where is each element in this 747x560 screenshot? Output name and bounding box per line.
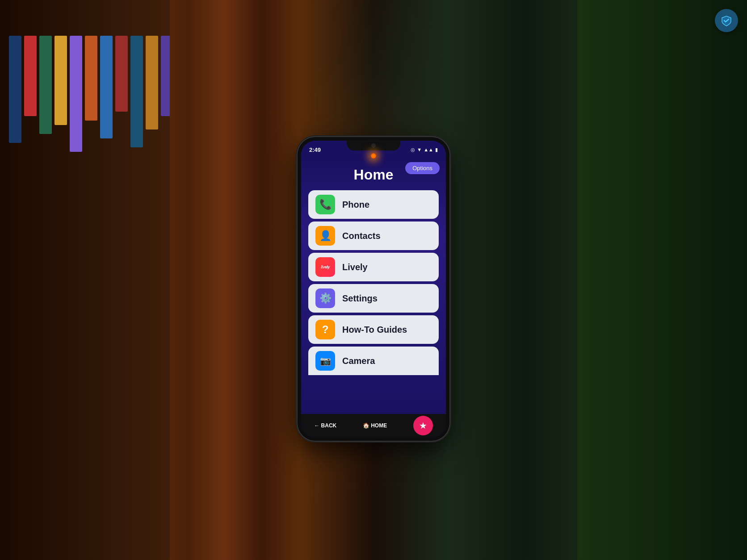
lively-icon-text: lively: [321, 265, 330, 269]
menu-item-settings[interactable]: ⚙️ Settings: [308, 284, 439, 313]
menu-list: 📞 Phone 👤 Contacts: [308, 190, 439, 375]
contacts-label: Contacts: [342, 231, 381, 241]
battery-icon: ▮: [435, 147, 438, 153]
home-button[interactable]: 🏠 HOME: [363, 422, 387, 429]
menu-item-camera[interactable]: 📷 Camera: [308, 347, 439, 375]
wifi-icon: ▼: [417, 147, 422, 152]
menu-item-howto[interactable]: ? How-To Guides: [308, 315, 439, 344]
camera-icon-symbol: 📷: [320, 355, 331, 366]
status-time: 2:49: [309, 146, 321, 153]
phone-shell: 2:49 ◎ ▼ ▲▲ ▮ Options Home: [298, 137, 449, 441]
scene: 2:49 ◎ ▼ ▲▲ ▮ Options Home: [0, 0, 747, 560]
urgent-button[interactable]: ★: [413, 416, 433, 435]
front-camera: [371, 143, 376, 148]
phone-icon-symbol: 📞: [319, 199, 332, 210]
camera-icon: 📷: [315, 351, 335, 371]
settings-label: Settings: [342, 293, 378, 304]
menu-item-phone[interactable]: 📞 Phone: [308, 190, 439, 219]
settings-icon: ⚙️: [315, 288, 335, 308]
signal-icon: ▲▲: [424, 147, 433, 152]
howto-icon: ?: [315, 320, 335, 339]
phone-label: Phone: [342, 200, 369, 210]
lively-label: Lively: [342, 262, 368, 272]
screen-content: Options Home 📞 Phone: [301, 159, 446, 414]
howto-label: How-To Guides: [342, 325, 407, 335]
status-icons: ◎ ▼ ▲▲ ▮: [411, 147, 438, 153]
star-icon: ★: [419, 420, 427, 431]
location-icon: ◎: [411, 147, 415, 153]
menu-item-contacts[interactable]: 👤 Contacts: [308, 221, 439, 250]
back-button[interactable]: ← BACK: [314, 422, 336, 429]
options-button[interactable]: Options: [405, 162, 440, 174]
camera-label: Camera: [342, 356, 375, 366]
bottom-nav: ← BACK 🏠 HOME ★: [301, 414, 446, 437]
verified-icon: [720, 14, 733, 27]
menu-item-lively[interactable]: lively Lively: [308, 253, 439, 281]
settings-icon-symbol: ⚙️: [319, 293, 332, 304]
contacts-icon-symbol: 👤: [319, 230, 332, 242]
phone-icon: 📞: [315, 195, 335, 214]
phone-container: 2:49 ◎ ▼ ▲▲ ▮ Options Home: [298, 137, 449, 441]
notification-light: [371, 153, 376, 159]
phone-screen: 2:49 ◎ ▼ ▲▲ ▮ Options Home: [301, 141, 446, 437]
contacts-icon: 👤: [315, 226, 335, 246]
notch: [347, 141, 400, 150]
lively-icon: lively: [315, 257, 335, 277]
watermark-badge: [715, 9, 738, 32]
